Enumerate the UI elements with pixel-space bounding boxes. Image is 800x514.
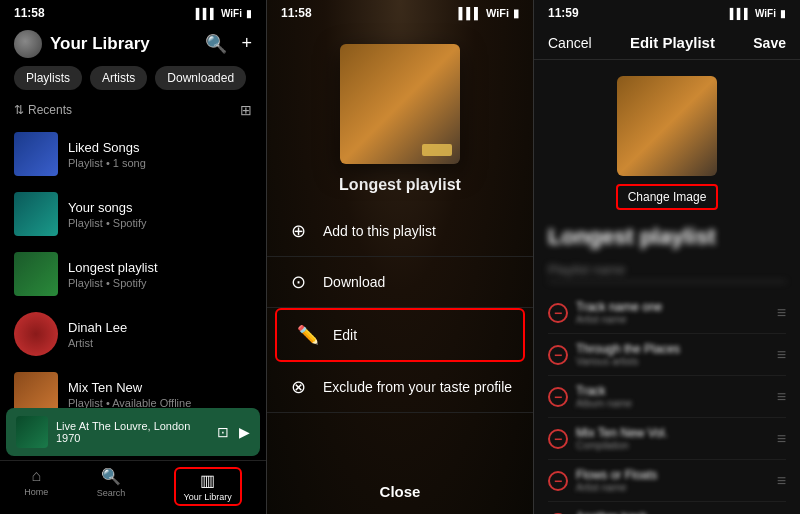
item-name: Longest playlist [68,260,252,275]
playlist-name-input[interactable] [548,258,786,282]
nav-home-label: Home [24,487,48,497]
menu-item-label: Add to this playlist [323,223,436,239]
mini-player-title: Live At The Louvre, London 1970 [56,420,190,444]
edit-playlist-artwork [617,76,717,176]
status-bar-3: 11:59 ▌▌▌ WiFi ▮ [534,0,800,24]
battery-icon: ▮ [246,8,252,19]
track-info: Flows or Floats Artist name [576,468,769,493]
sort-arrow-icon: ⇅ [14,103,24,117]
add-icon[interactable]: + [241,33,252,55]
remove-track-button[interactable]: − [548,471,568,491]
panel-your-library: 11:58 ▌▌▌ WiFi ▮ Your Library 🔍 + Playli… [0,0,266,514]
filter-downloaded[interactable]: Downloaded [155,66,246,90]
item-sub: Artist [68,337,252,349]
edit-playlist-name-display: Longest playlist [548,224,786,250]
thumb-your-songs [14,192,58,236]
search-icon[interactable]: 🔍 [205,33,227,55]
drag-handle-icon[interactable]: ≡ [777,472,786,490]
thumb-liked-songs [14,132,58,176]
status-bar-2: 11:58 ▌▌▌ WiFi ▮ [267,0,533,24]
item-info: Longest playlist Playlist • Spotify [68,260,252,289]
header-action-icons: 🔍 + [205,33,252,55]
sort-control[interactable]: ⇅ Recents [14,103,72,117]
item-name: Your songs [68,200,252,215]
menu-item-download[interactable]: ⊙ Download [267,257,533,308]
item-name: Liked Songs [68,140,252,155]
drag-handle-icon[interactable]: ≡ [777,430,786,448]
save-button[interactable]: Save [753,35,786,51]
track-artist: Album name [576,398,769,409]
wifi-icon: WiFi [221,8,242,19]
track-item: − Through the Places Various artists ≡ [548,334,786,376]
menu-item-label: Exclude from your taste profile [323,379,512,395]
edit-playlist-title: Edit Playlist [630,34,715,51]
list-item[interactable]: Longest playlist Playlist • Spotify [0,244,266,304]
track-name: Another track [576,510,769,514]
grid-view-icon[interactable]: ⊞ [240,102,252,118]
thumb-longest-playlist [14,252,58,296]
status-bar-1: 11:58 ▌▌▌ WiFi ▮ [0,0,266,24]
item-name: Mix Ten New [68,380,252,395]
track-item: − Flows or Floats Artist name ≡ [548,460,786,502]
sort-row: ⇅ Recents ⊞ [0,98,266,124]
filter-artists[interactable]: Artists [90,66,147,90]
list-item[interactable]: Your songs Playlist • Spotify [0,184,266,244]
remove-track-button[interactable]: − [548,303,568,323]
track-info: Track Album name [576,384,769,409]
item-name: Dinah Lee [68,320,252,335]
cancel-button[interactable]: Cancel [548,35,592,51]
add-to-playlist-icon: ⊕ [287,220,309,242]
menu-item-label: Edit [333,327,357,343]
filter-playlists[interactable]: Playlists [14,66,82,90]
item-sub: Playlist • 1 song [68,157,252,169]
drag-handle-icon[interactable]: ≡ [777,304,786,322]
edit-playlist-body: Change Image Longest playlist − Track na… [534,60,800,514]
playlist-artwork-section: Longest playlist [267,24,533,206]
track-artist: Artist name [576,314,769,325]
drag-handle-icon[interactable]: ≡ [777,346,786,364]
list-item[interactable]: Dinah Lee Artist [0,304,266,364]
mini-player-info: Live At The Louvre, London 1970 [56,420,209,444]
play-icon[interactable]: ▶ [239,424,250,440]
cast-icon[interactable]: ⊡ [217,424,229,440]
track-item: − Another track Artist ≡ [548,502,786,514]
list-item[interactable]: Liked Songs Playlist • 1 song [0,124,266,184]
battery-icon-2: ▮ [513,7,519,20]
track-name: Through the Places [576,342,769,356]
item-sub: Playlist • Spotify [68,217,252,229]
drag-handle-icon[interactable]: ≡ [777,388,786,406]
menu-item-exclude[interactable]: ⊗ Exclude from your taste profile [267,362,533,413]
nav-search-label: Search [97,488,126,498]
nav-home[interactable]: ⌂ Home [24,467,48,506]
mini-player-thumb [16,416,48,448]
item-sub: Playlist • Available Offline [68,397,252,409]
remove-track-button[interactable]: − [548,345,568,365]
track-name: Mix Ten New Vol. [576,426,769,440]
track-info: Another track Artist [576,510,769,514]
sort-label: Recents [28,103,72,117]
list-item[interactable]: Mix Ten New Playlist • Available Offline [0,364,266,408]
track-info: Mix Ten New Vol. Compilation [576,426,769,451]
nav-your-library[interactable]: ▥ Your Library [174,467,242,506]
remove-track-button[interactable]: − [548,387,568,407]
signal-icon-3: ▌▌▌ [730,8,751,19]
time-3: 11:59 [548,6,579,20]
change-image-button[interactable]: Change Image [616,184,719,210]
menu-item-label: Download [323,274,385,290]
item-sub: Playlist • Spotify [68,277,252,289]
search-nav-icon: 🔍 [101,467,121,486]
battery-icon-3: ▮ [780,8,786,19]
nav-search[interactable]: 🔍 Search [97,467,126,506]
remove-track-button[interactable]: − [548,429,568,449]
status-icons-2: ▌▌▌ WiFi ▮ [458,7,519,20]
panel-edit-playlist: 11:59 ▌▌▌ WiFi ▮ Cancel Edit Playlist Sa… [534,0,800,514]
menu-item-add-to-playlist[interactable]: ⊕ Add to this playlist [267,206,533,257]
track-item: − Track name one Artist name ≡ [548,292,786,334]
menu-item-edit[interactable]: ✏️ Edit [275,308,525,362]
close-button[interactable]: Close [267,469,533,514]
track-item: − Track Album name ≡ [548,376,786,418]
library-header: Your Library 🔍 + [0,24,266,66]
library-list: Liked Songs Playlist • 1 song Your songs… [0,124,266,408]
mini-player[interactable]: Live At The Louvre, London 1970 ⊡ ▶ [6,408,260,456]
library-title: Your Library [50,34,197,54]
